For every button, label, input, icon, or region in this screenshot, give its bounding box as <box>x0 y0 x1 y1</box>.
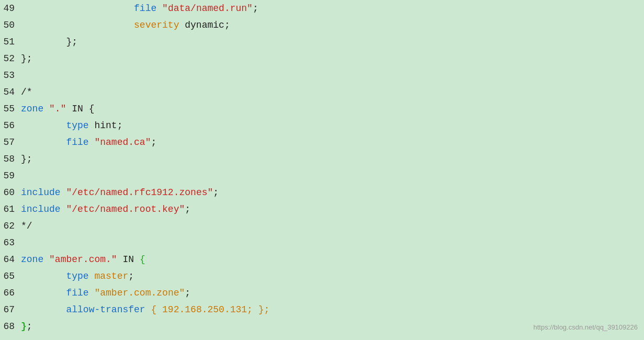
line-number: 59 <box>0 167 21 184</box>
code-line: 49 file "data/named.run"; <box>0 0 644 17</box>
line-number: 62 <box>0 218 21 234</box>
code-line: 63 <box>0 234 644 251</box>
line-content: file "data/named.run"; <box>21 0 258 17</box>
line-number: 55 <box>0 100 21 117</box>
code-line: 55zone "." IN { <box>0 100 644 117</box>
line-number: 63 <box>0 234 21 251</box>
code-line: 61include "/etc/named.root.key"; <box>0 201 644 218</box>
line-content: file "amber.com.zone"; <box>21 285 190 301</box>
line-number: 52 <box>0 50 21 67</box>
code-line: 67 allow-transfer { 192.168.250.131; }; <box>0 301 644 318</box>
line-content: type hint; <box>21 117 122 134</box>
line-number: 58 <box>0 151 21 167</box>
line-number: 65 <box>0 268 21 285</box>
line-content: }; <box>21 50 32 67</box>
line-number: 57 <box>0 134 21 151</box>
line-number: 60 <box>0 184 21 201</box>
line-number: 51 <box>0 33 21 50</box>
code-line: 58}; <box>0 151 644 167</box>
watermark: https://blog.csdn.net/qq_39109226 <box>534 319 638 336</box>
code-line: 60include "/etc/named.rfc1912.zones"; <box>0 184 644 201</box>
line-content: */ <box>21 218 32 234</box>
code-editor: 49 file "data/named.run";50 severity dyn… <box>0 0 644 340</box>
line-number: 49 <box>0 0 21 17</box>
code-line: 65 type master; <box>0 268 644 285</box>
code-line: 62*/ <box>0 218 644 234</box>
line-number: 53 <box>0 67 21 84</box>
line-number: 56 <box>0 117 21 134</box>
line-content: }; <box>21 33 77 50</box>
line-content: include "/etc/named.rfc1912.zones"; <box>21 184 219 201</box>
line-number: 68 <box>0 318 21 335</box>
line-content: /* <box>21 84 32 100</box>
line-content: zone "amber.com." IN { <box>21 251 145 268</box>
code-line: 53 <box>0 67 644 84</box>
line-content: }; <box>21 318 32 335</box>
line-content: allow-transfer { 192.168.250.131; }; <box>21 301 269 318</box>
line-number: 61 <box>0 201 21 218</box>
line-content: }; <box>21 151 32 167</box>
line-content: include "/etc/named.root.key"; <box>21 201 190 218</box>
code-line: 56 type hint; <box>0 117 644 134</box>
code-line: 51 }; <box>0 33 644 50</box>
code-line: 57 file "named.ca"; <box>0 134 644 151</box>
line-number: 50 <box>0 17 21 33</box>
line-number: 54 <box>0 84 21 100</box>
code-line: 54/* <box>0 84 644 100</box>
line-content: file "named.ca"; <box>21 134 156 151</box>
code-line: 66 file "amber.com.zone"; <box>0 285 644 301</box>
line-number: 64 <box>0 251 21 268</box>
code-line: 52}; <box>0 50 644 67</box>
line-content: zone "." IN { <box>21 100 94 117</box>
line-content: type master; <box>21 268 134 285</box>
code-line: 64zone "amber.com." IN { <box>0 251 644 268</box>
line-number: 67 <box>0 301 21 318</box>
code-line: 59 <box>0 167 644 184</box>
code-line: 50 severity dynamic; <box>0 17 644 33</box>
line-number: 66 <box>0 285 21 301</box>
code-lines: 49 file "data/named.run";50 severity dyn… <box>0 0 644 335</box>
line-content: severity dynamic; <box>21 17 230 33</box>
